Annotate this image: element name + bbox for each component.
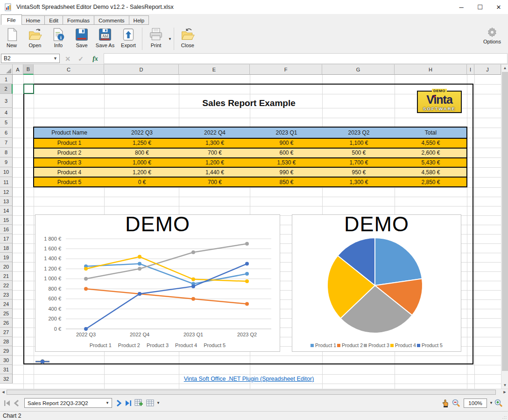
sheet-title[interactable]: Sales Report Example: [24, 98, 474, 108]
scroll-up-icon[interactable]: ▲: [501, 64, 508, 71]
table-header-row[interactable]: Product Name2022 Q32022 Q42023 Q12023 Q2…: [34, 128, 466, 139]
cells-area[interactable]: Sales Report Example DEMO Vinta SOFTWARE…: [13, 75, 501, 389]
resize-grip[interactable]: .::: [502, 415, 507, 420]
row-header-2[interactable]: 2: [0, 84, 13, 94]
row-header-21[interactable]: 21: [0, 271, 13, 281]
row-header-25[interactable]: 25: [0, 309, 13, 318]
column-header-B[interactable]: B: [23, 64, 34, 75]
tab-comments[interactable]: Comments: [94, 15, 129, 25]
table-row[interactable]: Product 31,000 €1,200 €1,530 €1,700 €5,4…: [34, 158, 466, 168]
previous-sheet-icon[interactable]: [14, 400, 19, 406]
tab-help[interactable]: Help: [129, 15, 149, 25]
sheet-selector-dropdown-icon[interactable]: ▼: [106, 401, 109, 405]
vertical-scroll-thumb[interactable]: [502, 72, 508, 371]
close-document-button[interactable]: Close: [176, 26, 199, 51]
tab-edit[interactable]: Edit: [45, 15, 63, 25]
print-button[interactable]: Print: [144, 26, 168, 51]
row-header-32[interactable]: 32: [0, 374, 13, 384]
column-header-C[interactable]: C: [34, 64, 104, 75]
table-row[interactable]: Product 2800 €700 €600 €500 €2,600 €: [34, 149, 466, 158]
row-header-13[interactable]: 13: [0, 197, 13, 206]
last-sheet-icon[interactable]: [125, 400, 132, 406]
row-header-30[interactable]: 30: [0, 356, 13, 365]
minimize-button[interactable]: ─: [452, 0, 471, 14]
tab-home[interactable]: Home: [22, 15, 45, 25]
row-header-31[interactable]: 31: [0, 365, 13, 374]
selected-cell-b2[interactable]: [23, 84, 34, 94]
row-header-9[interactable]: 9: [0, 157, 13, 167]
zoom-in-icon[interactable]: [494, 399, 503, 407]
row-header-22[interactable]: 22: [0, 281, 13, 290]
row-header-15[interactable]: 15: [0, 215, 13, 225]
namebox-dropdown-icon[interactable]: ▼: [53, 56, 57, 61]
sheet-selector[interactable]: Sales Report 22Q3-23Q2 ▼: [24, 398, 112, 408]
row-header-7[interactable]: 7: [0, 138, 13, 148]
select-all-corner[interactable]: [0, 64, 13, 75]
row-header-4[interactable]: 4: [0, 108, 13, 118]
row-header-16[interactable]: 16: [0, 225, 13, 234]
scroll-left-icon[interactable]: ◄: [0, 389, 7, 395]
zoom-dropdown-icon[interactable]: ▼: [489, 401, 493, 405]
horizontal-scroll-thumb[interactable]: [7, 390, 496, 395]
table-row[interactable]: Product 41,200 €1,440 €990 €950 €4,580 €: [34, 168, 466, 178]
column-header-J[interactable]: J: [474, 64, 501, 75]
row-header-24[interactable]: 24: [0, 299, 13, 309]
vertical-scrollbar[interactable]: ▲ ▼: [501, 64, 508, 389]
column-header-D[interactable]: D: [104, 64, 179, 75]
row-header-26[interactable]: 26: [0, 318, 13, 327]
column-header-F[interactable]: F: [250, 64, 322, 75]
add-sheet-icon[interactable]: [134, 399, 143, 407]
sheet-list-dropdown-icon[interactable]: ▼: [156, 401, 160, 405]
pie-chart[interactable]: DEMO Product 1Product 2Product 3Product …: [292, 214, 461, 352]
pan-tool-icon[interactable]: [442, 399, 449, 407]
function-icon[interactable]: fx: [90, 53, 101, 64]
row-header-14[interactable]: 14: [0, 206, 13, 215]
horizontal-scrollbar[interactable]: ◄ ►: [0, 389, 508, 395]
row-header-5[interactable]: 5: [0, 118, 13, 128]
row-header-8[interactable]: 8: [0, 148, 13, 157]
row-header-19[interactable]: 19: [0, 253, 13, 262]
table-row[interactable]: Product 50 €700 €850 €1,300 €2,850 €: [34, 178, 466, 186]
vintasoft-link[interactable]: Vinta Soft Office .NET Plugin (Spreadshe…: [184, 376, 314, 382]
column-header-H[interactable]: H: [395, 64, 467, 75]
sheet-list-icon[interactable]: [146, 399, 155, 407]
row-header-29[interactable]: 29: [0, 346, 13, 356]
close-button[interactable]: ✕: [489, 0, 508, 14]
sales-table[interactable]: Product Name2022 Q32022 Q42023 Q12023 Q2…: [33, 127, 467, 187]
table-row[interactable]: Product 11,250 €1,300 €900 €1,100 €4,550…: [34, 139, 466, 149]
new-button[interactable]: New: [0, 26, 23, 51]
enter-icon[interactable]: ✓: [76, 53, 86, 64]
first-sheet-icon[interactable]: [4, 400, 11, 406]
row-header-6[interactable]: 6: [0, 128, 13, 138]
row-header-20[interactable]: 20: [0, 262, 13, 271]
row-header-18[interactable]: 18: [0, 243, 13, 253]
cancel-icon[interactable]: ✕: [63, 53, 73, 64]
scroll-right-icon[interactable]: ►: [501, 389, 508, 395]
row-header-12[interactable]: 12: [0, 187, 13, 197]
row-header-3[interactable]: 3: [0, 94, 13, 108]
row-header-10[interactable]: 10: [0, 167, 13, 177]
name-box[interactable]: B2 ▼: [1, 54, 60, 63]
next-sheet-icon[interactable]: [116, 400, 122, 406]
zoom-level-select[interactable]: 100%: [464, 399, 487, 408]
maximize-button[interactable]: ☐: [471, 0, 489, 14]
column-header-E[interactable]: E: [179, 64, 250, 75]
export-button[interactable]: Export: [117, 26, 140, 51]
tab-formulas[interactable]: Formulas: [63, 15, 94, 25]
column-header-A[interactable]: A: [13, 64, 23, 75]
zoom-out-icon[interactable]: [452, 399, 460, 407]
column-header-G[interactable]: G: [322, 64, 395, 75]
tab-file[interactable]: File: [1, 14, 22, 25]
row-header-23[interactable]: 23: [0, 290, 13, 299]
print-dropdown-arrow[interactable]: ▼: [168, 37, 172, 41]
formula-input[interactable]: [104, 53, 508, 64]
line-chart[interactable]: DEMO 1 800 €1 600 €1 400 €1 200 €1 000 €…: [35, 214, 280, 352]
options-button[interactable]: Options: [479, 26, 505, 44]
open-button[interactable]: Open: [23, 26, 47, 51]
row-header-28[interactable]: 28: [0, 337, 13, 346]
info-button[interactable]: i Info: [47, 26, 70, 51]
row-header-17[interactable]: 17: [0, 234, 13, 243]
save-as-button[interactable]: AbI Save As: [93, 26, 117, 51]
vintasoft-logo[interactable]: DEMO Vinta SOFTWARE: [417, 91, 462, 113]
scroll-down-icon[interactable]: ▼: [501, 382, 508, 389]
